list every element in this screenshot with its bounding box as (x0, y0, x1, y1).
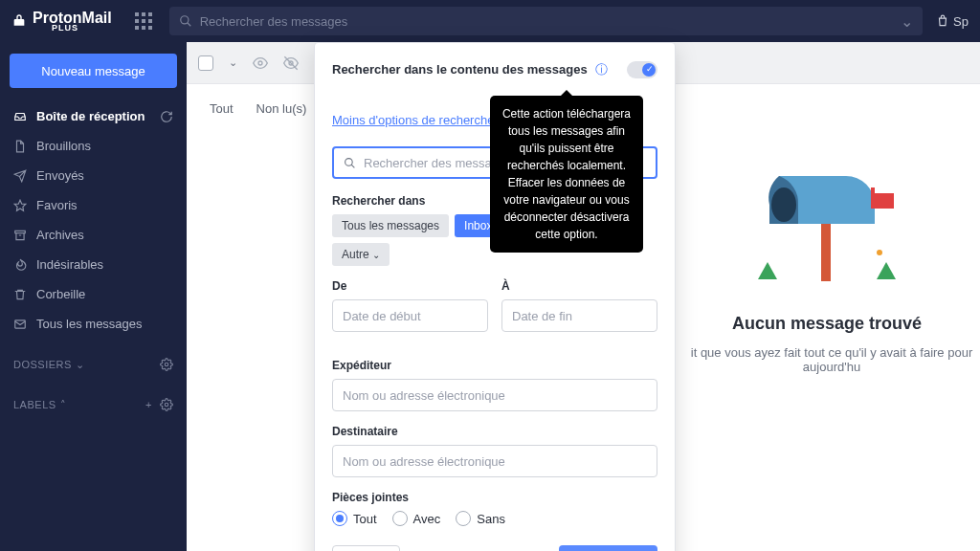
select-all-checkbox[interactable] (198, 55, 213, 71)
refresh-icon[interactable] (160, 110, 173, 123)
sidebar-item-label: Envoyés (36, 168, 84, 183)
info-tooltip: Cette action téléchargera tous les messa… (490, 96, 643, 253)
search-button[interactable]: Rechercher (559, 545, 657, 551)
chevron-down-icon[interactable]: ⌄ (901, 12, 913, 31)
chip-other[interactable]: Autre⌄ (332, 243, 390, 266)
recipient-input[interactable] (332, 445, 657, 477)
radio-all[interactable]: Tout (332, 511, 377, 526)
chevron-down-icon[interactable]: ⌄ (229, 56, 237, 69)
from-date-input[interactable] (332, 299, 488, 332)
tab-all[interactable]: Tout (200, 98, 243, 120)
folders-section[interactable]: DOSSIERS ⌄ (0, 350, 187, 379)
eye-icon[interactable] (253, 55, 268, 71)
svg-point-16 (877, 250, 882, 255)
search-bar[interactable]: ⌄ (169, 7, 923, 35)
gear-icon[interactable] (160, 398, 173, 411)
sender-input[interactable] (332, 379, 657, 411)
recipient-label: Destinataire (332, 425, 657, 438)
sidebar-item-label: Indésirables (36, 257, 103, 272)
svg-point-11 (771, 187, 796, 222)
eye-off-icon[interactable] (283, 55, 299, 71)
from-date-label: De (332, 279, 488, 293)
plus-icon[interactable]: + (145, 399, 152, 410)
sidebar-item-label: Boîte de réception (36, 109, 145, 123)
sidebar-item-inbox[interactable]: Boîte de réception (0, 101, 187, 131)
svg-marker-14 (758, 262, 777, 279)
attachments-radios: Tout Avec Sans (332, 511, 657, 526)
sidebar-item-sent[interactable]: Envoyés (0, 161, 187, 190)
app-header: ProtonMail PLUS ⌄ Sp (0, 0, 980, 42)
clear-button[interactable]: Effacer (332, 545, 400, 551)
apps-button[interactable] (135, 12, 152, 30)
sidebar-item-label: Tous les messages (36, 317, 143, 331)
tab-unread[interactable]: Non lu(s) (247, 98, 317, 120)
empty-subtitle: it que vous ayez fait tout ce qu'il y av… (674, 345, 980, 374)
chip-allmail[interactable]: Tous les messages (332, 214, 449, 237)
svg-marker-15 (877, 262, 896, 279)
svg-point-17 (345, 158, 353, 165)
fire-icon (13, 258, 27, 272)
radio-without[interactable]: Sans (456, 511, 505, 526)
send-icon (13, 169, 27, 183)
archive-icon (13, 229, 27, 242)
mail-icon (13, 318, 27, 331)
svg-rect-10 (821, 214, 831, 281)
empty-title: Aucun message trouvé (674, 314, 980, 334)
sidebar-item-label: Brouillons (36, 139, 91, 153)
search-icon (344, 157, 356, 169)
fewer-options-link[interactable]: Moins d'options de recherche (332, 113, 494, 127)
lock-icon (11, 13, 27, 29)
brand-logo: ProtonMail PLUS (11, 10, 112, 33)
inbox-icon (13, 110, 27, 123)
bag-icon (936, 14, 949, 28)
svg-rect-13 (871, 187, 875, 209)
sidebar-item-label: Favoris (36, 198, 78, 212)
svg-line-1 (187, 23, 190, 27)
compose-button[interactable]: Nouveau message (10, 54, 177, 88)
trash-icon (13, 288, 27, 301)
chevron-down-icon: ⌄ (372, 250, 380, 260)
gear-icon[interactable] (160, 358, 173, 371)
attachments-label: Pièces jointes (332, 491, 657, 504)
panel-title: Rechercher dans le contenu des messages (332, 62, 588, 77)
sidebar-item-label: Archives (36, 228, 84, 242)
labels-section[interactable]: LABELS ˄ + (0, 390, 187, 419)
apps-grid-icon (135, 12, 152, 30)
sidebar-item-archive[interactable]: Archives (0, 220, 187, 250)
file-icon (13, 140, 27, 153)
svg-line-18 (351, 165, 354, 167)
svg-point-6 (165, 403, 168, 407)
svg-point-7 (258, 61, 262, 65)
sender-label: Expéditeur (332, 359, 657, 372)
header-upgrade[interactable]: Sp (936, 14, 969, 29)
global-search-input[interactable] (200, 14, 901, 29)
svg-point-0 (180, 16, 188, 24)
sidebar: Nouveau message Boîte de réception Broui… (0, 42, 187, 551)
header-right: Sp (936, 14, 969, 29)
chevron-down-icon: ⌄ (76, 359, 85, 371)
sidebar-item-spam[interactable]: Indésirables (0, 250, 187, 279)
check-icon: ✓ (646, 64, 654, 74)
radio-with[interactable]: Avec (392, 511, 441, 526)
sidebar-item-label: Corbeille (36, 287, 85, 301)
svg-marker-2 (14, 200, 26, 210)
svg-point-5 (165, 363, 168, 366)
sidebar-item-drafts[interactable]: Brouillons (0, 131, 187, 161)
to-date-label: À (501, 279, 657, 293)
content-search-toggle[interactable]: ✓ (627, 61, 657, 78)
star-icon (13, 199, 27, 212)
chevron-up-icon: ˄ (60, 399, 67, 411)
mailbox-illustration (750, 157, 903, 291)
sidebar-item-starred[interactable]: Favoris (0, 190, 187, 220)
info-icon[interactable]: ⓘ (595, 62, 608, 77)
search-icon (179, 14, 192, 28)
sidebar-item-allmail[interactable]: Tous les messages (0, 309, 187, 339)
sidebar-item-trash[interactable]: Corbeille (0, 279, 187, 309)
svg-rect-3 (15, 231, 26, 232)
empty-state: Aucun message trouvé it que vous ayez fa… (674, 157, 980, 374)
to-date-input[interactable] (501, 299, 657, 332)
